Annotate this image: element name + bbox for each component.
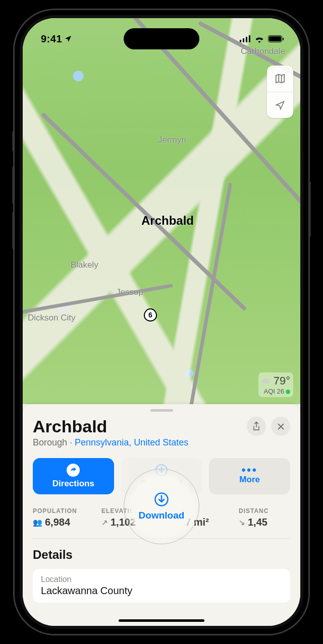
map-label-jermyn[interactable]: Jermyn bbox=[158, 135, 186, 145]
share-button[interactable] bbox=[247, 417, 266, 436]
map-canvas[interactable]: Carbondale Jermyn Archbald Blakely Jessu… bbox=[23, 18, 300, 404]
more-button[interactable]: ••• More bbox=[209, 458, 290, 494]
wifi-icon bbox=[254, 35, 264, 43]
map-label-archbald[interactable]: Archbald bbox=[141, 214, 194, 228]
aqi-text: AQI 26 bbox=[264, 388, 284, 395]
cloud-icon bbox=[261, 377, 272, 385]
map-label-jessup[interactable]: Jessup bbox=[116, 287, 143, 297]
phone-frame: 9:41 Carbondale Jermyn Archbald Blakely … bbox=[15, 10, 308, 634]
location-value: Lackawanna County bbox=[41, 585, 282, 597]
details-card[interactable]: Location Lackawanna County bbox=[33, 569, 290, 603]
place-subtitle: Borough · Pennsylvania, United States bbox=[33, 437, 290, 448]
stat-elevation: ELEVATION ↗1,102 ft bbox=[101, 507, 157, 528]
details-heading: Details bbox=[33, 548, 290, 562]
status-time: 9:41 bbox=[41, 33, 72, 45]
location-label: Location bbox=[41, 575, 72, 584]
weather-badge[interactable]: 79° AQI 26 bbox=[258, 372, 293, 397]
arrow-up-right-icon: ↗ bbox=[101, 518, 108, 527]
ellipsis-icon: ••• bbox=[242, 468, 258, 473]
directions-button[interactable]: Directions bbox=[33, 458, 114, 494]
place-title: Archbald bbox=[33, 417, 242, 436]
sheet-grabber[interactable] bbox=[150, 409, 173, 412]
place-sheet[interactable]: Archbald Borough · Pennsylvania, United … bbox=[23, 404, 300, 626]
screen: 9:41 Carbondale Jermyn Archbald Blakely … bbox=[23, 18, 300, 626]
details-section: Details Location Lackawanna County bbox=[33, 548, 290, 603]
download-icon bbox=[155, 464, 168, 477]
map-icon bbox=[275, 73, 286, 84]
aqi-dot-icon bbox=[286, 390, 290, 394]
route-icon: ↘ bbox=[239, 518, 245, 527]
locate-me-button[interactable] bbox=[267, 92, 293, 118]
stat-area: AREA ⬚17 mi² bbox=[170, 507, 226, 528]
location-arrow-icon bbox=[64, 35, 72, 43]
stat-distance: DISTANC ↘1,45 bbox=[239, 507, 290, 528]
close-icon bbox=[277, 423, 285, 430]
share-icon bbox=[252, 421, 261, 431]
map-mode-button[interactable] bbox=[267, 66, 293, 92]
cellular-icon bbox=[240, 35, 251, 42]
region-link[interactable]: Pennsylvania, United States bbox=[75, 437, 188, 447]
stat-population: POPULATION 👥6,984 bbox=[33, 507, 88, 528]
download-button[interactable]: Download bbox=[121, 458, 202, 494]
map-label-dickson-city[interactable]: Dickson City bbox=[28, 313, 75, 323]
action-row: Directions Download ••• More bbox=[33, 458, 290, 494]
directions-icon bbox=[67, 464, 80, 477]
battery-icon bbox=[268, 35, 282, 42]
close-button[interactable] bbox=[271, 417, 290, 436]
route-shield: 6 bbox=[144, 308, 157, 321]
map-label-blakely[interactable]: Blakely bbox=[71, 260, 98, 270]
map-controls bbox=[267, 66, 293, 118]
navigation-icon bbox=[275, 100, 285, 110]
dynamic-island bbox=[124, 28, 199, 49]
dashed-square-icon: ⬚ bbox=[170, 518, 177, 527]
people-icon: 👥 bbox=[33, 518, 42, 527]
home-indicator[interactable] bbox=[119, 619, 204, 622]
svg-point-1 bbox=[155, 493, 168, 506]
stats-row[interactable]: POPULATION 👥6,984 ELEVATION ↗1,102 ft AR… bbox=[33, 507, 290, 539]
